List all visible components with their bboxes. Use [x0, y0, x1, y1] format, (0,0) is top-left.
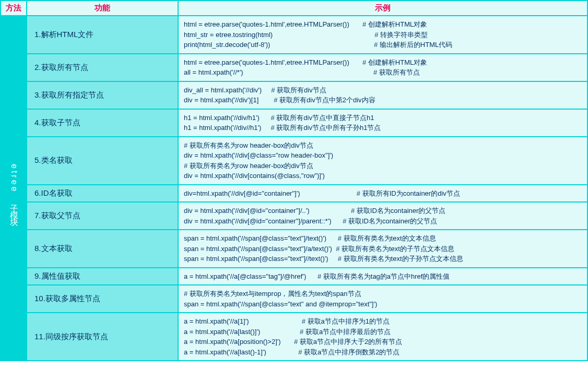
- example-cell: # 获取所有类名为text与itemprop，属性名为text的span节点sp…: [178, 285, 587, 313]
- comment-text: # 获取所有div节点中所有子孙h1节点: [271, 123, 381, 133]
- spacer: [328, 254, 338, 264]
- code-line: html = etree.parse('quotes-1.html',etree…: [184, 19, 582, 30]
- code-line: html = etree.parse('quotes-1.html',etree…: [184, 57, 582, 68]
- spacer: [300, 188, 357, 199]
- spacer: [331, 216, 343, 227]
- table-header-row: 方法 功能 示例: [1, 1, 587, 16]
- method-label-cell: etree 子 模 块: [1, 16, 27, 361]
- function-cell: 10.获取多属性节点: [27, 285, 178, 313]
- table-row: 4.获取子节点h1 = html.xpath('//div/h1') # 获取所…: [1, 109, 587, 137]
- code-text: a = html.xpath('//a[last()-1]'): [184, 347, 266, 358]
- spacer: [261, 123, 271, 133]
- spacer: [273, 30, 374, 40]
- code-text: div = html.xpath('//div[@id="container"]…: [184, 206, 310, 216]
- code-text: h1 = html.xpath('//div/h1'): [184, 113, 260, 123]
- table-row: 9.属性值获取a = html.xpath('//a[@class="tag"]…: [1, 268, 587, 285]
- header-example: 示例: [178, 1, 587, 16]
- code-text: html = etree.parse('quotes-1.html',etree…: [184, 57, 349, 68]
- example-cell: div_all = html.xpath('//div') # 获取所有div节…: [178, 81, 587, 109]
- table-row: 6.ID名获取div=html.xpath('//div[@id="contai…: [1, 185, 587, 203]
- code-text: a = html.xpath('//a[@class="tag"]/@href'…: [184, 271, 306, 282]
- code-line: div = html.xpath('//div[@class="row head…: [184, 150, 582, 161]
- code-text: print(html_str.decode('utf-8')): [184, 40, 270, 50]
- example-cell: span = html.xpath('//span[@class="text"]…: [178, 230, 587, 268]
- table-row: 2.获取所有节点html = etree.parse('quotes-1.htm…: [1, 54, 587, 81]
- code-line: span = html.xpath('//span[@class="text" …: [184, 299, 582, 310]
- comment-text: # 创建解析HTML对象: [362, 19, 427, 30]
- code-text: # 获取所有类名为row header-box的div节点: [184, 161, 313, 171]
- table-row: 5.类名获取 # 获取所有类名为row header-box的div节点div …: [1, 137, 587, 185]
- code-text: div=html.xpath('//div[@id="container"]'): [184, 188, 300, 199]
- etree-reference-table: 方法 功能 示例 etree 子 模 块1.解析HTML文件html = etr…: [0, 0, 588, 361]
- code-line: a = html.xpath('//a[@class="tag"]/@href'…: [184, 271, 582, 282]
- function-cell: 4.获取子节点: [27, 109, 178, 137]
- code-line: div=html.xpath('//div[@id="container"]')…: [184, 188, 582, 199]
- spacer: [260, 327, 300, 337]
- comment-text: # 获取所有类名为text的子孙节点文本信息: [338, 254, 463, 264]
- code-text: # 获取所有类名为row header-box的div节点: [184, 140, 313, 151]
- spacer: [306, 271, 317, 282]
- function-cell: 6.ID名获取: [27, 185, 178, 203]
- code-text: # 获取所有类名为text与itemprop，属性名为text的span节点: [184, 289, 361, 299]
- comment-text: # 获取所有ID为container的div节点: [357, 188, 460, 199]
- table-row: 7.获取父节点div = html.xpath('//div[@id="cont…: [1, 202, 587, 230]
- comment-text: # 输出解析后的HTML代码: [374, 40, 452, 50]
- comment-text: # 转换字符串类型: [374, 30, 428, 40]
- code-text: div_all = html.xpath('//div'): [184, 85, 262, 96]
- comment-text: # 获取所有类名为text的文本信息: [338, 233, 436, 244]
- code-text: a = html.xpath('//a[1]'): [184, 316, 249, 327]
- header-method: 方法: [1, 1, 27, 16]
- code-text: div = html.xpath('//div[@id="container"]…: [184, 216, 331, 227]
- code-text: span = html.xpath('//span[@class="text" …: [184, 299, 377, 310]
- spacer: [249, 316, 302, 327]
- example-cell: h1 = html.xpath('//div/h1') # 获取所有div节点中…: [178, 109, 587, 137]
- spacer: [258, 95, 274, 105]
- table-row: 3.获取所有指定节点div_all = html.xpath('//div') …: [1, 81, 587, 109]
- header-func: 功能: [27, 1, 178, 16]
- comment-text: # 获取ID名为container的父节点: [351, 206, 445, 216]
- code-text: span = html.xpath('//span[@class="text"]…: [184, 254, 328, 264]
- function-cell: 5.类名获取: [27, 137, 178, 185]
- code-line: h1 = html.xpath('//div//h1') # 获取所有div节点…: [184, 123, 582, 133]
- table-row: 8.文本获取span = html.xpath('//span[@class="…: [1, 230, 587, 268]
- code-line: # 获取所有类名为row header-box的div节点: [184, 140, 582, 151]
- code-line: span = html.xpath('//span[@class="text"]…: [184, 233, 582, 244]
- spacer: [332, 244, 336, 254]
- code-text: div = html.xpath('//div')[1]: [184, 95, 258, 105]
- comment-text: # 获取所有类名为tag的a节点中href的属性值: [317, 271, 450, 282]
- spacer: [262, 85, 271, 96]
- table-row: 11.同级按序获取节点a = html.xpath('//a[1]') # 获取…: [1, 313, 587, 361]
- comment-text: # 获取ID名为container的父节点: [343, 216, 437, 227]
- comment-text: # 获取a节点中排序为1的节点: [302, 316, 390, 327]
- example-cell: # 获取所有类名为row header-box的div节点div = html.…: [178, 137, 587, 185]
- comment-text: # 获取所有div节点: [271, 85, 326, 96]
- example-cell: html = etree.parse('quotes-1.html',etree…: [178, 16, 587, 54]
- example-cell: html = etree.parse('quotes-1.html',etree…: [178, 54, 587, 81]
- spacer: [310, 206, 351, 216]
- comment-text: # 获取a节点中排序最后的节点: [300, 327, 391, 337]
- code-text: h1 = html.xpath('//div//h1'): [184, 123, 261, 133]
- code-text: div = html.xpath('//div[contains(@class,…: [184, 171, 325, 181]
- comment-text: # 获取所有节点: [373, 67, 420, 78]
- comment-text: # 创建解析HTML对象: [362, 57, 427, 68]
- code-text: html_str = etree.tostring(html): [184, 30, 273, 40]
- spacer: [243, 67, 373, 78]
- function-cell: 11.同级按序获取节点: [27, 313, 178, 361]
- code-line: h1 = html.xpath('//div/h1') # 获取所有div节点中…: [184, 113, 582, 123]
- comment-text: # 获取所有div节点中直接子节点h1: [271, 113, 374, 123]
- code-line: # 获取所有类名为text与itemprop，属性名为text的span节点: [184, 289, 582, 299]
- code-line: a = html.xpath('//a[position()>2]') # 获取…: [184, 337, 582, 347]
- code-text: span = html.xpath('//span[@class="text"]…: [184, 233, 326, 244]
- comment-text: # 获取所有div节点中第2个div内容: [274, 95, 375, 105]
- function-cell: 8.文本获取: [27, 230, 178, 268]
- spacer: [326, 233, 338, 244]
- code-line: # 获取所有类名为row header-box的div节点: [184, 161, 582, 171]
- code-line: html_str = etree.tostring(html) # 转换字符串类…: [184, 30, 582, 40]
- spacer: [270, 40, 374, 50]
- code-line: div = html.xpath('//div[contains(@class,…: [184, 171, 582, 181]
- code-text: span = html.xpath('//span[@class="text"]…: [184, 244, 332, 254]
- example-cell: a = html.xpath('//a[@class="tag"]/@href'…: [178, 268, 587, 285]
- example-cell: div = html.xpath('//div[@id="container"]…: [178, 202, 587, 230]
- code-line: a = html.xpath('//a[1]') # 获取a节点中排序为1的节点: [184, 316, 582, 327]
- code-line: a = html.xpath('//a[last()-1]') # 获取a节点中…: [184, 347, 582, 358]
